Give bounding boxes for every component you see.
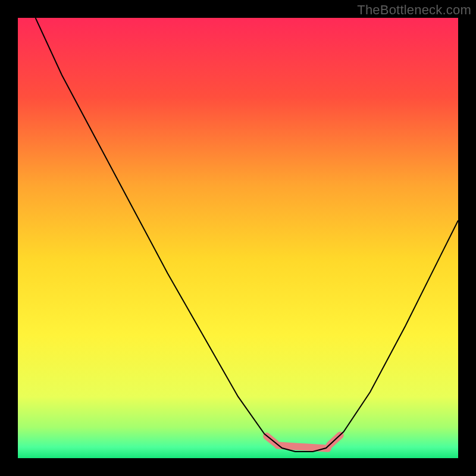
highlight-segment bbox=[278, 446, 328, 449]
chart-stage: TheBottleneck.com bbox=[0, 0, 476, 476]
gradient-background bbox=[18, 18, 458, 458]
watermark-text: TheBottleneck.com bbox=[357, 2, 471, 18]
bottleneck-curve-plot bbox=[18, 18, 458, 458]
